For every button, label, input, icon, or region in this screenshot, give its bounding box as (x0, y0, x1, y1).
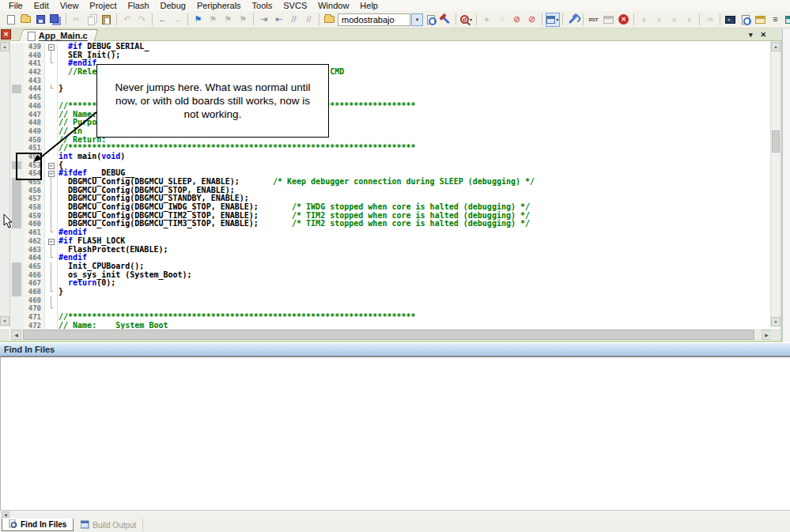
comment-icon[interactable]: // (287, 13, 301, 27)
fold-margin[interactable]: │ (44, 246, 58, 255)
symbol-window-icon[interactable] (754, 13, 768, 27)
menu-tools[interactable]: Tools (247, 1, 278, 10)
horizontal-scrollbar[interactable]: ◀ ▶ (10, 329, 773, 341)
tab-app-main[interactable]: App_Main.c (18, 29, 98, 42)
fold-margin[interactable]: └ (44, 59, 58, 68)
new-file-icon[interactable] (4, 13, 18, 27)
menu-edit[interactable]: Edit (28, 1, 55, 10)
menu-peripherals[interactable]: Peripherals (191, 1, 247, 10)
fold-margin[interactable]: │ (44, 220, 58, 228)
save-icon[interactable] (34, 13, 48, 27)
select-target-combo[interactable]: modostrabajo (338, 13, 410, 26)
fold-collapse-icon[interactable]: − (48, 171, 55, 177)
menu-debug[interactable]: Debug (155, 1, 191, 10)
code-line[interactable]: 469│ (10, 296, 771, 305)
code-line[interactable]: 468└} (10, 288, 771, 296)
enable-breakpoint-icon[interactable]: ○ (495, 13, 509, 27)
bottom-tab-find-in-files[interactable]: Find In Files (2, 519, 74, 531)
fold-margin[interactable]: − (44, 169, 58, 178)
fold-margin[interactable]: │ (44, 212, 58, 221)
fold-margin[interactable] (44, 136, 58, 145)
fold-margin[interactable]: └ (44, 254, 58, 262)
navigate-forward-icon[interactable]: → (171, 13, 185, 27)
fold-collapse-icon[interactable]: − (48, 163, 55, 169)
vertical-scrollbar[interactable]: ▲ ▼ (770, 41, 781, 327)
debug-windows-icon[interactable]: ▾ (546, 13, 560, 27)
configure-tools-icon[interactable] (566, 13, 580, 27)
step-icon[interactable]: {} (637, 13, 652, 27)
outdent-icon[interactable]: ⇤ (272, 13, 286, 27)
find-in-files-panel[interactable] (0, 356, 790, 510)
copy-icon[interactable] (85, 13, 99, 27)
clear-bookmarks-icon[interactable]: ⚑ (236, 13, 251, 27)
menu-flash[interactable]: Flash (123, 1, 155, 10)
fold-margin[interactable]: − (44, 43, 58, 51)
fold-margin[interactable]: │ (44, 203, 58, 212)
fold-margin[interactable] (44, 119, 58, 127)
toggle-bookmark-icon[interactable]: ⚑ (191, 13, 206, 27)
fold-margin[interactable]: │ (44, 178, 58, 187)
step-out-icon[interactable]: {) (667, 13, 682, 27)
fold-margin[interactable] (44, 127, 58, 136)
fold-margin[interactable] (44, 313, 58, 322)
close-document-icon[interactable]: ✕ (760, 31, 766, 39)
dropdown-arrow-icon[interactable]: ▾ (470, 17, 472, 22)
fold-margin[interactable] (44, 144, 58, 153)
dropdown-arrow-icon[interactable]: ▾ (556, 17, 558, 22)
scroll-up-icon[interactable]: ▲ (0, 42, 9, 51)
cut-icon[interactable]: ✂ (70, 13, 84, 27)
start-stop-debug-icon[interactable]: d▾ (459, 13, 474, 27)
toggle-breakpoint-icon[interactable]: ● (480, 13, 494, 27)
code-line[interactable]: 452int main(void) (10, 153, 771, 161)
disable-all-breakpoints-icon[interactable]: ⊘ (510, 13, 524, 27)
fold-margin[interactable]: │ (44, 279, 58, 288)
code-line[interactable]: 466│ os_sys_init (System_Boot); (10, 271, 771, 280)
prev-bookmark-icon[interactable]: ⚑ (206, 13, 221, 27)
bottom-tab-build-output[interactable]: Build Output (74, 519, 143, 532)
uncomment-icon[interactable]: // (302, 13, 316, 27)
fold-margin[interactable] (44, 102, 58, 111)
load-application-icon[interactable] (602, 13, 616, 27)
navigate-back-icon[interactable]: ← (156, 13, 170, 27)
left-mini-scrollbar[interactable]: ▲ ▼ (0, 41, 10, 327)
fold-collapse-icon[interactable]: − (48, 239, 55, 245)
menu-help[interactable]: Help (354, 1, 384, 10)
call-stack-window-icon[interactable] (784, 13, 790, 27)
menu-view[interactable]: View (55, 1, 85, 10)
stop-debug-icon[interactable]: ✕ (617, 13, 631, 27)
fold-margin[interactable]: │ (44, 296, 58, 305)
fold-margin[interactable]: − (44, 161, 58, 170)
fold-margin[interactable]: └ (44, 85, 58, 93)
kill-all-breakpoints-icon[interactable]: ⊘ (525, 13, 539, 27)
fold-margin[interactable] (44, 68, 58, 77)
scroll-down-icon[interactable]: ▼ (771, 317, 781, 326)
code-line[interactable]: 460│ DBGMCU_Config(DBGMCU_TIM3_STOP, ENA… (10, 220, 771, 228)
find-in-files-icon[interactable] (424, 13, 438, 27)
fold-margin[interactable]: └ (44, 304, 58, 313)
vertical-scrollbar-thumb[interactable] (772, 130, 780, 153)
fold-margin[interactable]: │ (44, 271, 58, 280)
fold-margin[interactable] (44, 77, 58, 85)
registers-window-icon[interactable]: ≡ (769, 13, 783, 27)
command-window-icon[interactable]: >_ (724, 13, 738, 27)
find-in-files-header[interactable]: Find In Files (0, 342, 790, 356)
run-to-line-icon[interactable]: () (682, 13, 697, 27)
scroll-left-icon[interactable]: ◀ (2, 511, 9, 518)
run-icon[interactable]: ⇒ (703, 13, 717, 27)
open-file-icon[interactable] (19, 13, 33, 27)
menu-svcs[interactable]: SVCS (278, 1, 312, 10)
disassembly-window-icon[interactable] (739, 13, 753, 27)
menu-file[interactable]: File (3, 1, 28, 10)
build-target-icon[interactable] (439, 13, 453, 27)
close-pane-icon[interactable]: ✕ (1, 29, 11, 40)
fold-margin[interactable] (44, 111, 58, 119)
code-line[interactable]: 439− #if DEBUG_SERIAL_ (10, 43, 771, 51)
next-bookmark-icon[interactable]: ⚑ (221, 13, 236, 27)
undo-icon[interactable]: ↶ (120, 13, 134, 27)
fold-margin[interactable]: └ (44, 228, 58, 237)
fold-margin[interactable]: │ (44, 262, 58, 271)
paste-icon[interactable] (100, 13, 114, 27)
fold-margin[interactable] (44, 93, 58, 102)
fold-margin[interactable]: − (44, 237, 58, 246)
scroll-down-icon[interactable]: ▼ (0, 316, 9, 326)
